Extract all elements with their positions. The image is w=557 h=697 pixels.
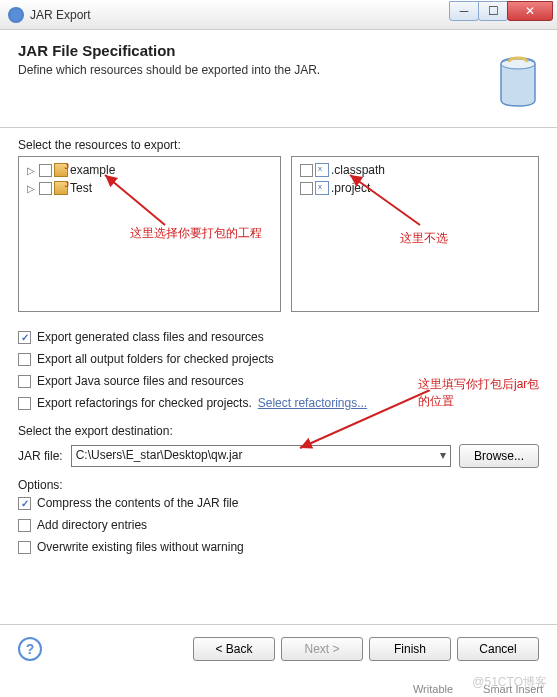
select-refactorings-link[interactable]: Select refactorings... xyxy=(258,396,367,410)
finish-button[interactable]: Finish xyxy=(369,637,451,661)
jar-icon xyxy=(495,54,541,108)
header-panel: JAR File Specification Define which reso… xyxy=(0,30,557,128)
file-list[interactable]: .classpath .project xyxy=(291,156,539,312)
export-opt-label: Export refactorings for checked projects… xyxy=(37,396,252,410)
file-label[interactable]: .classpath xyxy=(331,163,385,177)
tree-label[interactable]: example xyxy=(70,163,115,177)
expand-icon[interactable]: ▷ xyxy=(27,183,37,194)
jar-file-input[interactable]: C:\Users\E_star\Desktop\qw.jar xyxy=(71,445,451,467)
cancel-button[interactable]: Cancel xyxy=(457,637,539,661)
app-icon xyxy=(8,7,24,23)
back-button[interactable]: < Back xyxy=(193,637,275,661)
tree-label[interactable]: Test xyxy=(70,181,92,195)
options-label: Options: xyxy=(18,478,539,492)
project-icon xyxy=(54,163,68,177)
checkbox[interactable] xyxy=(18,375,31,388)
tree-item: ▷ Test xyxy=(21,179,278,197)
checkbox[interactable] xyxy=(18,397,31,410)
select-resources-label: Select the resources to export: xyxy=(18,138,539,152)
checkbox[interactable] xyxy=(300,182,313,195)
list-item: .classpath xyxy=(294,161,536,179)
file-icon xyxy=(315,163,329,177)
browse-button[interactable]: Browse... xyxy=(459,444,539,468)
select-dest-label: Select the export destination: xyxy=(18,424,539,438)
checkbox[interactable] xyxy=(18,353,31,366)
minimize-button[interactable]: ─ xyxy=(449,1,479,21)
svg-point-0 xyxy=(501,59,535,69)
header-desc: Define which resources should be exporte… xyxy=(18,63,539,77)
export-opt-label: Export Java source files and resources xyxy=(37,374,244,388)
help-icon[interactable]: ? xyxy=(18,637,42,661)
export-opt-label: Export generated class files and resourc… xyxy=(37,330,264,344)
maximize-button[interactable]: ☐ xyxy=(478,1,508,21)
titlebar: JAR Export ─ ☐ ✕ xyxy=(0,0,557,30)
next-button[interactable]: Next > xyxy=(281,637,363,661)
export-opt-label: Export all output folders for checked pr… xyxy=(37,352,274,366)
checkbox[interactable] xyxy=(18,519,31,532)
footer: ? < Back Next > Finish Cancel xyxy=(0,624,557,673)
checkbox[interactable] xyxy=(39,182,52,195)
list-item: .project xyxy=(294,179,536,197)
compress-opt-label: Add directory entries xyxy=(37,518,147,532)
compress-opt-label: Overwrite existing files without warning xyxy=(37,540,244,554)
checkbox[interactable] xyxy=(18,331,31,344)
file-label[interactable]: .project xyxy=(331,181,370,195)
checkbox[interactable] xyxy=(39,164,52,177)
close-button[interactable]: ✕ xyxy=(507,1,553,21)
project-icon xyxy=(54,181,68,195)
checkbox[interactable] xyxy=(300,164,313,177)
watermark: @51CTO博客 xyxy=(472,674,547,691)
jar-file-label: JAR file: xyxy=(18,449,63,463)
expand-icon[interactable]: ▷ xyxy=(27,165,37,176)
checkbox[interactable] xyxy=(18,497,31,510)
checkbox[interactable] xyxy=(18,541,31,554)
window-title: JAR Export xyxy=(30,8,450,22)
compress-opt-label: Compress the contents of the JAR file xyxy=(37,496,238,510)
header-title: JAR File Specification xyxy=(18,42,539,59)
tree-item: ▷ example xyxy=(21,161,278,179)
file-icon xyxy=(315,181,329,195)
resource-tree[interactable]: ▷ example ▷ Test xyxy=(18,156,281,312)
